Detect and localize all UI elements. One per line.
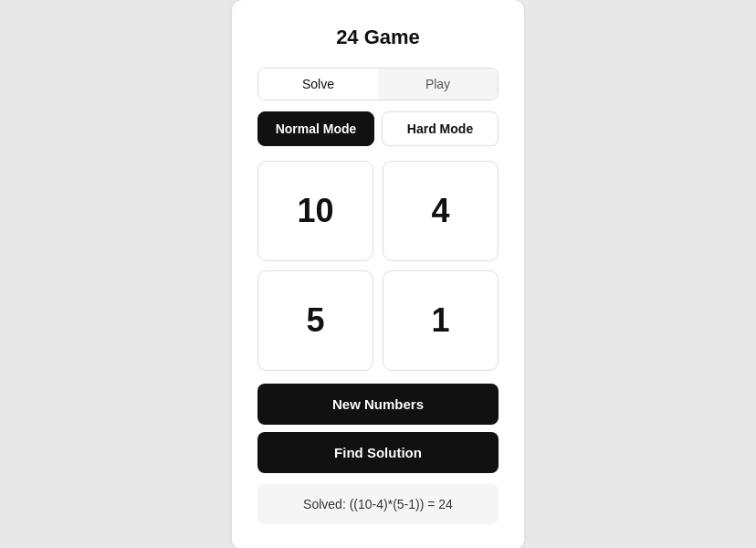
page-title: 24 Game: [257, 26, 499, 49]
number-card-1: 10: [257, 161, 373, 261]
game-card: 24 Game Solve Play Normal Mode Hard Mode…: [232, 0, 524, 548]
number-card-2: 4: [383, 161, 499, 261]
tab-group: Solve Play: [257, 68, 499, 100]
hard-mode-button[interactable]: Hard Mode: [382, 111, 499, 146]
number-grid: 10 4 5 1: [257, 161, 499, 371]
new-numbers-button[interactable]: New Numbers: [257, 384, 499, 425]
normal-mode-button[interactable]: Normal Mode: [257, 111, 374, 146]
find-solution-button[interactable]: Find Solution: [257, 432, 499, 473]
tab-play[interactable]: Play: [378, 68, 498, 100]
solution-box: Solved: ((10-4)*(5-1)) = 24: [257, 484, 499, 524]
number-card-3: 5: [257, 270, 373, 371]
number-card-4: 1: [383, 270, 499, 371]
tab-solve[interactable]: Solve: [258, 68, 378, 100]
mode-group: Normal Mode Hard Mode: [257, 111, 499, 146]
